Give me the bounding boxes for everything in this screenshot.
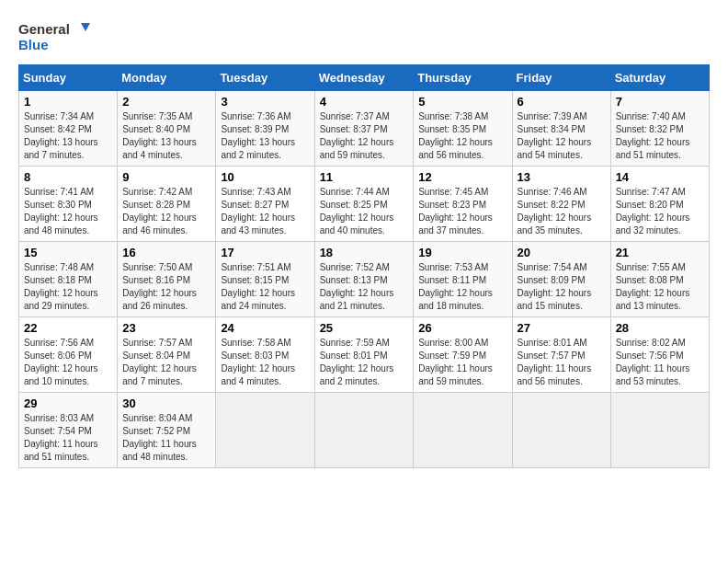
day-info: Sunrise: 7:35 AM Sunset: 8:40 PM Dayligh…	[122, 110, 210, 162]
day-info: Sunrise: 8:01 AM Sunset: 7:57 PM Dayligh…	[518, 337, 606, 388]
logo-svg: General Blue	[18, 18, 92, 55]
day-info: Sunrise: 7:40 AM Sunset: 8:32 PM Dayligh…	[616, 110, 704, 162]
day-number: 10	[221, 170, 309, 184]
day-number: 18	[320, 246, 409, 259]
day-info: Sunrise: 7:41 AM Sunset: 8:30 PM Dayligh…	[24, 186, 112, 237]
day-number: 20	[518, 246, 606, 259]
day-number: 14	[616, 170, 704, 184]
day-number: 3	[221, 95, 309, 109]
day-info: Sunrise: 8:04 AM Sunset: 7:52 PM Dayligh…	[122, 412, 210, 464]
calendar-cell: 8Sunrise: 7:41 AM Sunset: 8:30 PM Daylig…	[19, 167, 118, 242]
calendar-cell: 25Sunrise: 7:59 AM Sunset: 8:01 PM Dayli…	[314, 317, 414, 393]
calendar-cell: 5Sunrise: 7:38 AM Sunset: 8:35 PM Daylig…	[414, 91, 512, 167]
calendar-cell: 29Sunrise: 8:03 AM Sunset: 7:54 PM Dayli…	[19, 393, 118, 468]
calendar-cell	[314, 393, 414, 468]
calendar-cell: 23Sunrise: 7:57 AM Sunset: 8:04 PM Dayli…	[118, 317, 216, 393]
day-info: Sunrise: 7:51 AM Sunset: 8:15 PM Dayligh…	[221, 261, 309, 313]
svg-text:General: General	[18, 21, 70, 37]
calendar-cell: 20Sunrise: 7:54 AM Sunset: 8:09 PM Dayli…	[512, 242, 610, 317]
day-number: 12	[418, 170, 506, 184]
calendar-cell: 13Sunrise: 7:46 AM Sunset: 8:22 PM Dayli…	[512, 167, 610, 242]
day-number: 26	[418, 321, 506, 335]
calendar-cell: 27Sunrise: 8:01 AM Sunset: 7:57 PM Dayli…	[512, 317, 610, 393]
day-number: 30	[122, 396, 210, 410]
calendar-cell: 21Sunrise: 7:55 AM Sunset: 8:08 PM Dayli…	[610, 242, 709, 317]
day-number: 13	[518, 170, 606, 184]
day-info: Sunrise: 7:46 AM Sunset: 8:22 PM Dayligh…	[518, 186, 606, 237]
weekday-header-thursday: Thursday	[414, 65, 512, 91]
day-number: 4	[320, 95, 409, 109]
calendar-cell: 12Sunrise: 7:45 AM Sunset: 8:23 PM Dayli…	[414, 167, 512, 242]
calendar-cell: 4Sunrise: 7:37 AM Sunset: 8:37 PM Daylig…	[314, 91, 414, 167]
calendar-cell: 22Sunrise: 7:56 AM Sunset: 8:06 PM Dayli…	[19, 317, 118, 393]
day-info: Sunrise: 7:44 AM Sunset: 8:25 PM Dayligh…	[320, 186, 409, 237]
day-info: Sunrise: 7:59 AM Sunset: 8:01 PM Dayligh…	[320, 337, 409, 388]
day-number: 28	[616, 321, 704, 335]
day-info: Sunrise: 7:56 AM Sunset: 8:06 PM Dayligh…	[24, 337, 112, 388]
day-info: Sunrise: 7:57 AM Sunset: 8:04 PM Dayligh…	[122, 337, 210, 388]
calendar-cell: 6Sunrise: 7:39 AM Sunset: 8:34 PM Daylig…	[512, 91, 610, 167]
day-info: Sunrise: 7:38 AM Sunset: 8:35 PM Dayligh…	[418, 110, 506, 162]
weekday-header-friday: Friday	[512, 65, 610, 91]
header: General Blue	[18, 18, 710, 55]
day-number: 16	[122, 246, 210, 259]
day-number: 8	[24, 170, 112, 184]
calendar-cell: 2Sunrise: 7:35 AM Sunset: 8:40 PM Daylig…	[118, 91, 216, 167]
day-number: 2	[122, 95, 210, 109]
day-number: 11	[320, 170, 409, 184]
calendar-cell: 3Sunrise: 7:36 AM Sunset: 8:39 PM Daylig…	[216, 91, 314, 167]
day-number: 15	[24, 246, 112, 259]
day-info: Sunrise: 7:45 AM Sunset: 8:23 PM Dayligh…	[418, 186, 506, 237]
day-number: 27	[518, 321, 606, 335]
weekday-header-monday: Monday	[118, 65, 216, 91]
svg-text:Blue: Blue	[18, 37, 49, 52]
calendar-cell: 24Sunrise: 7:58 AM Sunset: 8:03 PM Dayli…	[216, 317, 314, 393]
calendar-cell: 19Sunrise: 7:53 AM Sunset: 8:11 PM Dayli…	[414, 242, 512, 317]
calendar-cell: 15Sunrise: 7:48 AM Sunset: 8:18 PM Dayli…	[19, 242, 118, 317]
day-number: 25	[320, 321, 409, 335]
day-number: 9	[122, 170, 210, 184]
weekday-header-sunday: Sunday	[19, 65, 118, 91]
day-info: Sunrise: 7:37 AM Sunset: 8:37 PM Dayligh…	[320, 110, 409, 162]
logo: General Blue	[18, 18, 92, 55]
day-number: 23	[122, 321, 210, 335]
day-number: 21	[616, 246, 704, 259]
day-info: Sunrise: 7:55 AM Sunset: 8:08 PM Dayligh…	[616, 261, 704, 313]
weekday-header-wednesday: Wednesday	[314, 65, 414, 91]
day-info: Sunrise: 7:50 AM Sunset: 8:16 PM Dayligh…	[122, 261, 210, 313]
day-number: 29	[24, 396, 112, 410]
calendar-table: SundayMondayTuesdayWednesdayThursdayFrid…	[18, 64, 710, 468]
calendar-cell: 17Sunrise: 7:51 AM Sunset: 8:15 PM Dayli…	[216, 242, 314, 317]
calendar-cell: 16Sunrise: 7:50 AM Sunset: 8:16 PM Dayli…	[118, 242, 216, 317]
weekday-header-saturday: Saturday	[610, 65, 709, 91]
svg-marker-2	[81, 23, 90, 31]
calendar-cell: 9Sunrise: 7:42 AM Sunset: 8:28 PM Daylig…	[118, 167, 216, 242]
calendar-cell: 10Sunrise: 7:43 AM Sunset: 8:27 PM Dayli…	[216, 167, 314, 242]
calendar-cell	[512, 393, 610, 468]
day-number: 7	[616, 95, 704, 109]
calendar-cell: 11Sunrise: 7:44 AM Sunset: 8:25 PM Dayli…	[314, 167, 414, 242]
day-info: Sunrise: 7:39 AM Sunset: 8:34 PM Dayligh…	[518, 110, 606, 162]
day-number: 24	[221, 321, 309, 335]
day-number: 5	[418, 95, 506, 109]
day-info: Sunrise: 8:02 AM Sunset: 7:56 PM Dayligh…	[616, 337, 704, 388]
day-number: 19	[418, 246, 506, 259]
calendar-cell: 28Sunrise: 8:02 AM Sunset: 7:56 PM Dayli…	[610, 317, 709, 393]
day-info: Sunrise: 7:48 AM Sunset: 8:18 PM Dayligh…	[24, 261, 112, 313]
day-info: Sunrise: 7:53 AM Sunset: 8:11 PM Dayligh…	[418, 261, 506, 313]
day-info: Sunrise: 7:58 AM Sunset: 8:03 PM Dayligh…	[221, 337, 309, 388]
day-number: 6	[518, 95, 606, 109]
day-info: Sunrise: 7:47 AM Sunset: 8:20 PM Dayligh…	[616, 186, 704, 237]
calendar-cell	[414, 393, 512, 468]
calendar-cell: 30Sunrise: 8:04 AM Sunset: 7:52 PM Dayli…	[118, 393, 216, 468]
calendar-cell: 7Sunrise: 7:40 AM Sunset: 8:32 PM Daylig…	[610, 91, 709, 167]
calendar-cell	[216, 393, 314, 468]
calendar-cell: 26Sunrise: 8:00 AM Sunset: 7:59 PM Dayli…	[414, 317, 512, 393]
day-info: Sunrise: 7:54 AM Sunset: 8:09 PM Dayligh…	[518, 261, 606, 313]
day-info: Sunrise: 7:42 AM Sunset: 8:28 PM Dayligh…	[122, 186, 210, 237]
day-info: Sunrise: 7:34 AM Sunset: 8:42 PM Dayligh…	[24, 110, 112, 162]
weekday-header-tuesday: Tuesday	[216, 65, 314, 91]
calendar-cell: 18Sunrise: 7:52 AM Sunset: 8:13 PM Dayli…	[314, 242, 414, 317]
calendar-cell: 14Sunrise: 7:47 AM Sunset: 8:20 PM Dayli…	[610, 167, 709, 242]
day-number: 17	[221, 246, 309, 259]
